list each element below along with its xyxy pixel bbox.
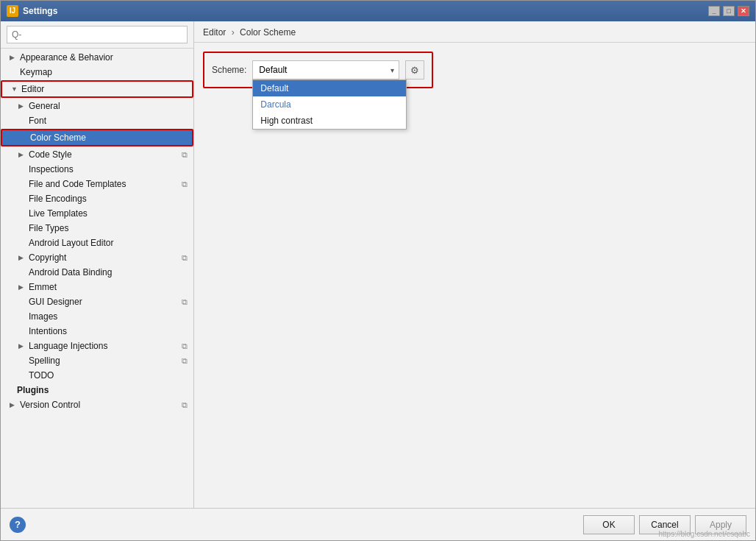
- sidebar-item-color-scheme[interactable]: Color Scheme: [2, 130, 192, 145]
- sidebar-item-keymap[interactable]: Keymap: [1, 65, 193, 79]
- sidebar-item-label: Font: [29, 116, 46, 126]
- sidebar-item-label: File Encodings: [29, 194, 87, 204]
- sidebar: ▶ Appearance & Behavior Keymap ▼ Editor: [1, 21, 194, 508]
- sidebar-item-android-data[interactable]: Android Data Binding: [1, 265, 193, 280]
- sidebar-item-label: Color Scheme: [30, 132, 86, 143]
- sidebar-item-lang-injections[interactable]: ▶ Language Injections ⧉: [1, 339, 193, 353]
- sidebar-item-label: Keymap: [20, 67, 52, 77]
- copy-icon: ⧉: [182, 253, 188, 263]
- sidebar-item-label: Images: [29, 311, 57, 322]
- search-box: [1, 21, 193, 49]
- sidebar-item-plugins[interactable]: Plugins: [1, 383, 193, 397]
- tree: ▶ Appearance & Behavior Keymap ▼ Editor: [1, 49, 193, 508]
- copy-icon: ⧉: [182, 180, 188, 189]
- sidebar-item-file-encodings[interactable]: File Encodings: [1, 191, 193, 206]
- maximize-button[interactable]: □: [723, 6, 735, 16]
- expand-arrow: ▼: [11, 85, 18, 93]
- breadcrumb: Editor › Color Scheme: [194, 21, 755, 43]
- scheme-option-high-contrast[interactable]: High contrast: [253, 113, 406, 129]
- sidebar-item-label: GUI Designer: [29, 297, 82, 307]
- breadcrumb-editor: Editor: [203, 27, 226, 38]
- sidebar-item-label: Android Data Binding: [29, 267, 112, 277]
- sidebar-item-todo[interactable]: TODO: [1, 368, 193, 383]
- sidebar-item-code-style[interactable]: ▶ Code Style ⧉: [1, 147, 193, 162]
- help-button[interactable]: ?: [10, 517, 26, 533]
- main-panel: Editor › Color Scheme Scheme: Default ▾: [194, 21, 755, 508]
- sidebar-item-copyright[interactable]: ▶ Copyright ⧉: [1, 250, 193, 265]
- sidebar-item-label: Live Templates: [29, 208, 88, 219]
- sidebar-item-appearance[interactable]: ▶ Appearance & Behavior: [1, 50, 193, 65]
- sidebar-item-version-control[interactable]: ▶ Version Control ⧉: [1, 397, 193, 412]
- title-buttons: _ □ ✕: [708, 6, 749, 16]
- scheme-dropdown-trigger[interactable]: Default ▾: [252, 60, 399, 79]
- sidebar-item-label: File and Code Templates: [29, 179, 126, 189]
- sidebar-item-label: Intentions: [29, 326, 67, 336]
- sidebar-item-emmet[interactable]: ▶ Emmet: [1, 280, 193, 294]
- scheme-label: Scheme:: [212, 65, 246, 75]
- settings-window: IJ Settings _ □ ✕ ▶ Appearance & Behavio…: [0, 0, 756, 541]
- breadcrumb-color-scheme: Color Scheme: [240, 27, 296, 38]
- sidebar-item-intentions[interactable]: Intentions: [1, 324, 193, 339]
- sidebar-item-android-layout[interactable]: Android Layout Editor: [1, 236, 193, 250]
- ok-button[interactable]: OK: [583, 515, 635, 534]
- sidebar-item-label: Version Control: [20, 400, 80, 410]
- sidebar-item-gui-designer[interactable]: GUI Designer ⧉: [1, 294, 193, 309]
- dropdown-arrow-icon: ▾: [391, 66, 394, 74]
- scheme-option-darcula[interactable]: Darcula: [253, 96, 406, 113]
- scheme-dropdown-popup: Default Darcula High contrast: [252, 79, 407, 130]
- sidebar-item-inspections[interactable]: Inspections: [1, 162, 193, 177]
- copy-icon: ⧉: [182, 297, 188, 307]
- scheme-row: Scheme: Default ▾ Default Darcula: [212, 60, 424, 79]
- expand-arrow: ▶: [18, 102, 26, 110]
- sidebar-item-label: File Types: [29, 223, 68, 233]
- scheme-area: Scheme: Default ▾ Default Darcula: [194, 43, 755, 508]
- sidebar-item-label: Code Style: [29, 149, 72, 160]
- sidebar-item-label: Editor: [21, 84, 44, 94]
- sidebar-item-label: Appearance & Behavior: [20, 52, 113, 63]
- bottom-left: ?: [10, 517, 579, 533]
- sidebar-item-label: Inspections: [29, 164, 74, 174]
- sidebar-item-label: General: [29, 101, 60, 111]
- sidebar-item-label: Android Layout Editor: [29, 238, 113, 248]
- expand-arrow: ▶: [10, 54, 17, 61]
- sidebar-item-label: Language Injections: [29, 341, 107, 351]
- scheme-option-default[interactable]: Default: [253, 80, 406, 96]
- sidebar-item-file-code-templates[interactable]: File and Code Templates ⧉: [1, 177, 193, 191]
- breadcrumb-separator: ›: [232, 27, 235, 38]
- expand-arrow: ▶: [18, 254, 26, 261]
- sidebar-item-editor[interactable]: ▼ Editor: [2, 82, 192, 96]
- expand-arrow: ▶: [10, 401, 17, 409]
- watermark: https://blog.csdn.net/esqabc: [658, 530, 750, 538]
- main-content: ▶ Appearance & Behavior Keymap ▼ Editor: [1, 21, 755, 508]
- sidebar-item-images[interactable]: Images: [1, 309, 193, 324]
- copy-icon: ⧉: [182, 356, 188, 366]
- bottom-bar: ? OK Cancel Apply: [1, 508, 755, 540]
- expand-arrow: ▶: [18, 151, 26, 158]
- copy-icon: ⧉: [182, 400, 188, 410]
- sidebar-item-font[interactable]: Font: [1, 113, 193, 128]
- sidebar-item-label: Spelling: [29, 356, 60, 366]
- minimize-button[interactable]: _: [708, 6, 720, 16]
- close-button[interactable]: ✕: [738, 6, 749, 16]
- copy-icon: ⧉: [182, 150, 188, 160]
- scheme-selected-value: Default: [259, 65, 287, 75]
- expand-arrow: ▶: [18, 283, 26, 291]
- app-icon: IJ: [7, 5, 18, 17]
- sidebar-item-label: Emmet: [29, 282, 57, 292]
- scheme-dropdown-wrapper: Default ▾ Default Darcula High contrast: [252, 60, 399, 79]
- copy-icon: ⧉: [182, 342, 188, 351]
- title-bar: IJ Settings _ □ ✕: [1, 1, 755, 21]
- sidebar-item-label: Copyright: [29, 252, 66, 263]
- sidebar-item-general[interactable]: ▶ General: [1, 99, 193, 113]
- window-title: Settings: [23, 6, 708, 16]
- sidebar-item-spelling[interactable]: Spelling ⧉: [1, 353, 193, 368]
- expand-arrow: ▶: [18, 342, 26, 350]
- search-input[interactable]: [7, 26, 188, 43]
- sidebar-item-file-types[interactable]: File Types: [1, 221, 193, 236]
- sidebar-item-live-templates[interactable]: Live Templates: [1, 206, 193, 221]
- gear-button[interactable]: ⚙: [405, 60, 424, 79]
- sidebar-item-label: Plugins: [17, 385, 49, 395]
- sidebar-item-label: TODO: [29, 370, 54, 381]
